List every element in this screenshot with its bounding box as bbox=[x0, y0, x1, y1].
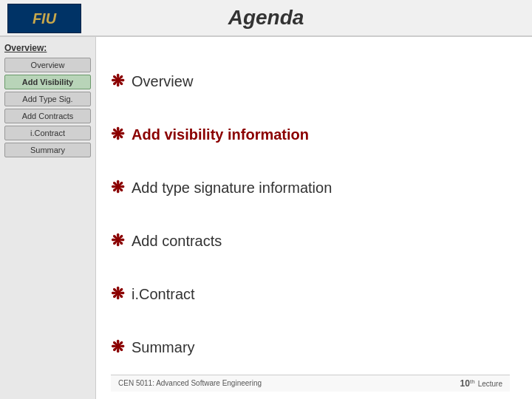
sidebar-item-add-visibility[interactable]: Add Visibility bbox=[4, 75, 91, 89]
logo-fiu: FIU bbox=[33, 10, 56, 27]
sidebar-section-title: Overview: bbox=[4, 43, 91, 53]
sidebar-item-overview[interactable]: Overview bbox=[4, 58, 91, 72]
agenda-item-add-type-sig: ❋ Add type signature information bbox=[111, 180, 510, 197]
lecture-label: Lecture bbox=[478, 380, 502, 388]
bullet-overview: ❋ bbox=[111, 73, 124, 89]
agenda-text-add-type-sig: Add type signature information bbox=[132, 180, 332, 197]
page-title: Agenda bbox=[228, 6, 304, 30]
sidebar-item-icontract[interactable]: i.Contract bbox=[4, 126, 91, 140]
agenda-text-summary: Summary bbox=[132, 339, 195, 356]
bullet-summary: ❋ bbox=[111, 339, 124, 355]
footer: CEN 5011: Advanced Software Engineering … bbox=[111, 375, 510, 392]
content-area: ❋ Overview ❋ Add visibility information … bbox=[96, 37, 532, 399]
header: FIU Agenda bbox=[0, 0, 532, 37]
lecture-num-value: 10 bbox=[460, 378, 470, 389]
agenda-item-icontract: ❋ i.Contract bbox=[111, 286, 510, 303]
logo-area: FIU bbox=[7, 4, 81, 33]
agenda-item-overview: ❋ Overview bbox=[111, 73, 510, 90]
sidebar: Overview: Overview Add Visibility Add Ty… bbox=[0, 37, 96, 399]
agenda-items: ❋ Overview ❋ Add visibility information … bbox=[111, 52, 510, 375]
agenda-text-add-contracts: Add contracts bbox=[132, 233, 222, 250]
footer-course: CEN 5011: Advanced Software Engineering bbox=[118, 379, 262, 387]
bullet-add-type-sig: ❋ bbox=[111, 180, 124, 196]
bullet-add-contracts: ❋ bbox=[111, 233, 124, 249]
agenda-item-add-contracts: ❋ Add contracts bbox=[111, 233, 510, 250]
bullet-add-visibility: ❋ bbox=[111, 126, 124, 143]
agenda-text-icontract: i.Contract bbox=[132, 286, 195, 303]
lecture-suffix: th bbox=[470, 378, 475, 385]
bullet-icontract: ❋ bbox=[111, 286, 124, 302]
agenda-text-add-visibility: Add visibility information bbox=[132, 126, 309, 143]
agenda-item-summary: ❋ Summary bbox=[111, 339, 510, 356]
sidebar-item-add-contracts[interactable]: Add Contracts bbox=[4, 109, 91, 123]
logo-box: FIU bbox=[7, 4, 81, 33]
main-area: Overview: Overview Add Visibility Add Ty… bbox=[0, 37, 532, 399]
sidebar-item-add-type-sig[interactable]: Add Type Sig. bbox=[4, 92, 91, 106]
agenda-item-add-visibility: ❋ Add visibility information bbox=[111, 126, 510, 143]
agenda-text-overview: Overview bbox=[132, 73, 193, 90]
sidebar-item-summary[interactable]: Summary bbox=[4, 143, 91, 157]
lecture-number: 10th bbox=[460, 378, 475, 389]
footer-lecture: 10th Lecture bbox=[460, 378, 502, 389]
